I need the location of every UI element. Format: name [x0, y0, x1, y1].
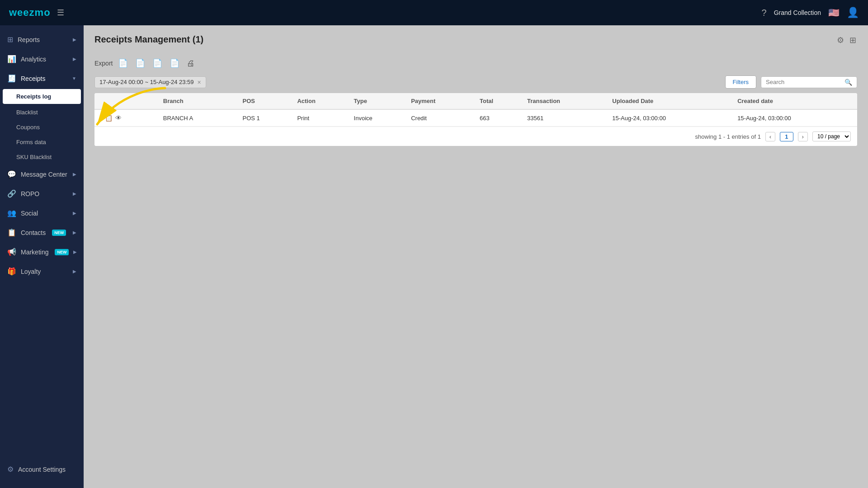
sidebar-item-label: Message Center [21, 171, 67, 178]
filter-chip-close-icon[interactable]: × [198, 79, 201, 86]
reports-icon: ⊞ [7, 35, 13, 44]
cell-action: Print [292, 109, 348, 127]
logo: weezmo [9, 7, 51, 19]
topbar-left: weezmo ☰ [9, 7, 64, 19]
content-area: Receipts Management (1) ⚙ ⊞ Export 📄 📄 📄… [84, 25, 868, 488]
analytics-icon: 📊 [7, 55, 16, 63]
contacts-new-badge: NEW [52, 230, 66, 236]
export-pdf-button[interactable]: 📄 [116, 57, 130, 69]
sidebar-item-label: Account Settings [18, 466, 66, 473]
receipts-subitems: Receipts log Blacklist Coupons Forms dat… [0, 88, 84, 164]
sidebar-subitem-forms-data[interactable]: Forms data [0, 135, 84, 150]
sidebar-item-label: Analytics [21, 56, 46, 63]
main-layout: ⊞ Reports ▶ 📊 Analytics ▶ 🧾 Receipts ▼ R… [0, 25, 868, 488]
sidebar-item-receipts[interactable]: 🧾 Receipts ▼ [0, 69, 84, 88]
sidebar-item-reports[interactable]: ⊞ Reports ▶ [0, 30, 84, 49]
loyalty-icon: 🎁 [7, 267, 16, 276]
sidebar-item-loyalty[interactable]: 🎁 Loyalty ▶ [0, 262, 84, 281]
hamburger-icon[interactable]: ☰ [57, 8, 64, 18]
sidebar-item-message-center[interactable]: 💬 Message Center ▶ [0, 164, 84, 184]
sidebar: ⊞ Reports ▶ 📊 Analytics ▶ 🧾 Receipts ▼ R… [0, 25, 84, 488]
sidebar-item-ropo[interactable]: 🔗 ROPO ▶ [0, 184, 84, 203]
sidebar-subitem-sku-blacklist[interactable]: SKU Blacklist [0, 150, 84, 164]
sidebar-item-account-settings[interactable]: ⚙ Account Settings [0, 460, 84, 479]
sidebar-item-label: Marketing [21, 249, 48, 256]
date-filter-chip: 17-Aug-24 00:00 ~ 15-Aug-24 23:59 × [94, 76, 206, 88]
chevron-right-icon: ▶ [73, 249, 77, 254]
export-label: Export [94, 60, 113, 67]
filters-button[interactable]: Filters [725, 75, 756, 89]
per-page-select[interactable]: 10 / page 25 / page 50 / page [812, 131, 851, 141]
col-total: Total [474, 93, 522, 109]
cell-uploaded-date: 15-Aug-24, 03:00:00 [607, 109, 732, 127]
table-header-row: Branch POS Action Type Payment Total Tra… [94, 93, 857, 109]
cell-branch: BRANCH A [158, 109, 237, 127]
chevron-right-icon: ▶ [73, 230, 76, 235]
row-actions: ℹ 📋 👁 [100, 114, 152, 122]
page-title: Receipts Management (1) [94, 34, 203, 45]
contacts-icon: 📋 [7, 228, 16, 237]
help-icon[interactable]: ? [762, 8, 767, 18]
export-doc-button[interactable]: 📄 [168, 57, 181, 69]
sidebar-item-analytics[interactable]: 📊 Analytics ▶ [0, 49, 84, 69]
cell-type: Invoice [349, 109, 406, 127]
sidebar-item-social[interactable]: 👥 Social ▶ [0, 203, 84, 223]
content-header: Receipts Management (1) ⚙ ⊞ [94, 34, 857, 51]
chevron-right-icon: ▶ [73, 191, 76, 196]
cell-total: 663 [474, 109, 522, 127]
export-csv-button[interactable]: 📄 [151, 57, 164, 69]
receipts-table-wrapper: Branch POS Action Type Payment Total Tra… [94, 93, 857, 146]
settings-header-button[interactable]: ⚙ [836, 34, 845, 46]
row-actions-cell: ℹ 📋 👁 [94, 109, 158, 127]
pagination: showing 1 - 1 entries of 1 ‹ 1 › 10 / pa… [94, 127, 857, 146]
chevron-right-icon: ▶ [73, 269, 76, 274]
filter-chip-text: 17-Aug-24 00:00 ~ 15-Aug-24 23:59 [99, 79, 194, 85]
export-print-button[interactable]: 🖨 [185, 58, 197, 69]
user-icon[interactable]: 👤 [847, 7, 859, 19]
col-created-date: Created date [732, 93, 857, 109]
settings-icon: ⚙ [7, 465, 14, 474]
org-name: Grand Collection [774, 9, 821, 16]
pagination-prev-button[interactable]: ‹ [765, 132, 775, 141]
sidebar-subitem-coupons[interactable]: Coupons [0, 120, 84, 135]
marketing-icon: 📢 [7, 248, 16, 256]
export-bar: Export 📄 📄 📄 📄 🖨 [94, 57, 857, 69]
sidebar-item-marketing[interactable]: 📢 Marketing NEW ▶ [0, 242, 84, 262]
cell-payment: Credit [406, 109, 474, 127]
col-action: Action [292, 93, 348, 109]
col-uploaded-date: Uploaded Date [607, 93, 732, 109]
marketing-new-badge: NEW [55, 249, 69, 255]
chevron-down-icon: ▼ [72, 76, 76, 81]
pagination-showing-text: showing 1 - 1 entries of 1 [695, 133, 761, 140]
chevron-right-icon: ▶ [73, 172, 76, 177]
sidebar-bottom: ⚙ Account Settings [0, 460, 84, 488]
col-transaction: Transaction [522, 93, 607, 109]
topbar-right: ? Grand Collection 🇺🇸 👤 [762, 7, 859, 19]
sidebar-item-label: Social [21, 210, 38, 217]
export-xlsx-button[interactable]: 📄 [133, 57, 147, 69]
copy-icon[interactable]: 📋 [105, 114, 113, 122]
ropo-icon: 🔗 [7, 189, 16, 198]
search-input[interactable] [766, 79, 842, 85]
view-icon[interactable]: 👁 [115, 114, 122, 122]
chevron-right-icon: ▶ [73, 211, 76, 216]
cell-pos: POS 1 [237, 109, 292, 127]
sidebar-item-label: Contacts [21, 229, 46, 236]
receipts-icon: 🧾 [7, 74, 16, 83]
topbar: weezmo ☰ ? Grand Collection 🇺🇸 👤 [0, 0, 868, 25]
sidebar-item-contacts[interactable]: 📋 Contacts NEW ▶ [0, 223, 84, 242]
chevron-right-icon: ▶ [73, 56, 76, 61]
flag-icon: 🇺🇸 [828, 7, 840, 18]
sidebar-subitem-blacklist[interactable]: Blacklist [0, 105, 84, 120]
cell-transaction: 33561 [522, 109, 607, 127]
grid-header-button[interactable]: ⊞ [849, 34, 857, 46]
pagination-current-page: 1 [780, 132, 793, 141]
sidebar-item-label: ROPO [21, 190, 39, 197]
sidebar-subitem-receipts-log[interactable]: Receipts log [3, 89, 81, 104]
col-branch: Branch [158, 93, 237, 109]
info-icon[interactable]: ℹ [100, 114, 102, 122]
pagination-next-button[interactable]: › [798, 132, 808, 141]
chevron-right-icon: ▶ [73, 37, 76, 42]
col-actions [94, 93, 158, 109]
col-payment: Payment [406, 93, 474, 109]
